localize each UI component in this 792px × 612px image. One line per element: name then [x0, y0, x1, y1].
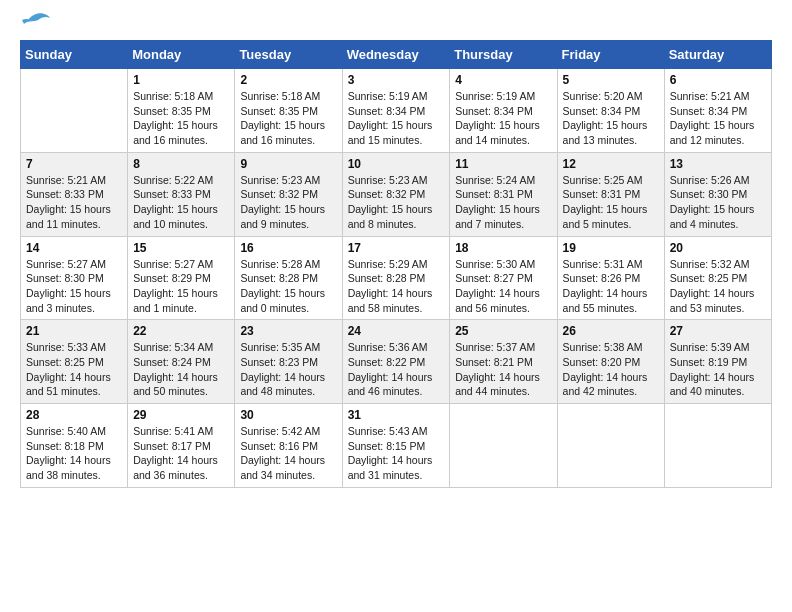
- day-number: 11: [455, 157, 551, 171]
- calendar-cell: 13Sunrise: 5:26 AM Sunset: 8:30 PM Dayli…: [664, 152, 771, 236]
- day-info: Sunrise: 5:34 AM Sunset: 8:24 PM Dayligh…: [133, 340, 229, 399]
- calendar-cell: 14Sunrise: 5:27 AM Sunset: 8:30 PM Dayli…: [21, 236, 128, 320]
- calendar-week-row: 7Sunrise: 5:21 AM Sunset: 8:33 PM Daylig…: [21, 152, 772, 236]
- calendar-cell: [664, 404, 771, 488]
- day-info: Sunrise: 5:26 AM Sunset: 8:30 PM Dayligh…: [670, 173, 766, 232]
- calendar-cell: 6Sunrise: 5:21 AM Sunset: 8:34 PM Daylig…: [664, 69, 771, 153]
- calendar-week-row: 21Sunrise: 5:33 AM Sunset: 8:25 PM Dayli…: [21, 320, 772, 404]
- calendar-cell: 20Sunrise: 5:32 AM Sunset: 8:25 PM Dayli…: [664, 236, 771, 320]
- day-number: 25: [455, 324, 551, 338]
- calendar-cell: 27Sunrise: 5:39 AM Sunset: 8:19 PM Dayli…: [664, 320, 771, 404]
- day-number: 19: [563, 241, 659, 255]
- day-number: 22: [133, 324, 229, 338]
- weekday-header-monday: Monday: [128, 41, 235, 69]
- day-info: Sunrise: 5:27 AM Sunset: 8:29 PM Dayligh…: [133, 257, 229, 316]
- calendar-cell: 30Sunrise: 5:42 AM Sunset: 8:16 PM Dayli…: [235, 404, 342, 488]
- calendar-cell: [450, 404, 557, 488]
- calendar-cell: 19Sunrise: 5:31 AM Sunset: 8:26 PM Dayli…: [557, 236, 664, 320]
- day-info: Sunrise: 5:23 AM Sunset: 8:32 PM Dayligh…: [348, 173, 445, 232]
- calendar-cell: 18Sunrise: 5:30 AM Sunset: 8:27 PM Dayli…: [450, 236, 557, 320]
- day-number: 31: [348, 408, 445, 422]
- calendar-cell: 12Sunrise: 5:25 AM Sunset: 8:31 PM Dayli…: [557, 152, 664, 236]
- calendar-cell: 2Sunrise: 5:18 AM Sunset: 8:35 PM Daylig…: [235, 69, 342, 153]
- day-number: 30: [240, 408, 336, 422]
- page-header: [20, 20, 772, 30]
- day-info: Sunrise: 5:32 AM Sunset: 8:25 PM Dayligh…: [670, 257, 766, 316]
- day-info: Sunrise: 5:35 AM Sunset: 8:23 PM Dayligh…: [240, 340, 336, 399]
- calendar-cell: 15Sunrise: 5:27 AM Sunset: 8:29 PM Dayli…: [128, 236, 235, 320]
- weekday-header-tuesday: Tuesday: [235, 41, 342, 69]
- weekday-header-saturday: Saturday: [664, 41, 771, 69]
- calendar-cell: 10Sunrise: 5:23 AM Sunset: 8:32 PM Dayli…: [342, 152, 450, 236]
- day-number: 17: [348, 241, 445, 255]
- day-number: 10: [348, 157, 445, 171]
- day-info: Sunrise: 5:27 AM Sunset: 8:30 PM Dayligh…: [26, 257, 122, 316]
- day-number: 26: [563, 324, 659, 338]
- day-number: 29: [133, 408, 229, 422]
- calendar-cell: 5Sunrise: 5:20 AM Sunset: 8:34 PM Daylig…: [557, 69, 664, 153]
- day-number: 4: [455, 73, 551, 87]
- day-number: 16: [240, 241, 336, 255]
- day-info: Sunrise: 5:20 AM Sunset: 8:34 PM Dayligh…: [563, 89, 659, 148]
- day-number: 14: [26, 241, 122, 255]
- calendar-cell: 3Sunrise: 5:19 AM Sunset: 8:34 PM Daylig…: [342, 69, 450, 153]
- day-number: 1: [133, 73, 229, 87]
- day-info: Sunrise: 5:39 AM Sunset: 8:19 PM Dayligh…: [670, 340, 766, 399]
- calendar-week-row: 1Sunrise: 5:18 AM Sunset: 8:35 PM Daylig…: [21, 69, 772, 153]
- calendar-cell: 8Sunrise: 5:22 AM Sunset: 8:33 PM Daylig…: [128, 152, 235, 236]
- calendar-cell: 28Sunrise: 5:40 AM Sunset: 8:18 PM Dayli…: [21, 404, 128, 488]
- calendar-cell: 21Sunrise: 5:33 AM Sunset: 8:25 PM Dayli…: [21, 320, 128, 404]
- calendar-week-row: 28Sunrise: 5:40 AM Sunset: 8:18 PM Dayli…: [21, 404, 772, 488]
- calendar-table: SundayMondayTuesdayWednesdayThursdayFrid…: [20, 40, 772, 488]
- day-info: Sunrise: 5:38 AM Sunset: 8:20 PM Dayligh…: [563, 340, 659, 399]
- day-info: Sunrise: 5:29 AM Sunset: 8:28 PM Dayligh…: [348, 257, 445, 316]
- weekday-header-thursday: Thursday: [450, 41, 557, 69]
- day-number: 18: [455, 241, 551, 255]
- day-info: Sunrise: 5:42 AM Sunset: 8:16 PM Dayligh…: [240, 424, 336, 483]
- day-info: Sunrise: 5:43 AM Sunset: 8:15 PM Dayligh…: [348, 424, 445, 483]
- day-info: Sunrise: 5:37 AM Sunset: 8:21 PM Dayligh…: [455, 340, 551, 399]
- weekday-header-wednesday: Wednesday: [342, 41, 450, 69]
- calendar-header-row: SundayMondayTuesdayWednesdayThursdayFrid…: [21, 41, 772, 69]
- calendar-cell: 16Sunrise: 5:28 AM Sunset: 8:28 PM Dayli…: [235, 236, 342, 320]
- day-number: 21: [26, 324, 122, 338]
- day-number: 20: [670, 241, 766, 255]
- calendar-cell: 31Sunrise: 5:43 AM Sunset: 8:15 PM Dayli…: [342, 404, 450, 488]
- day-number: 3: [348, 73, 445, 87]
- calendar-cell: 7Sunrise: 5:21 AM Sunset: 8:33 PM Daylig…: [21, 152, 128, 236]
- day-info: Sunrise: 5:36 AM Sunset: 8:22 PM Dayligh…: [348, 340, 445, 399]
- calendar-cell: 4Sunrise: 5:19 AM Sunset: 8:34 PM Daylig…: [450, 69, 557, 153]
- day-number: 12: [563, 157, 659, 171]
- day-info: Sunrise: 5:19 AM Sunset: 8:34 PM Dayligh…: [455, 89, 551, 148]
- calendar-cell: 11Sunrise: 5:24 AM Sunset: 8:31 PM Dayli…: [450, 152, 557, 236]
- day-number: 5: [563, 73, 659, 87]
- day-info: Sunrise: 5:22 AM Sunset: 8:33 PM Dayligh…: [133, 173, 229, 232]
- day-info: Sunrise: 5:25 AM Sunset: 8:31 PM Dayligh…: [563, 173, 659, 232]
- calendar-cell: [21, 69, 128, 153]
- calendar-cell: [557, 404, 664, 488]
- calendar-cell: 9Sunrise: 5:23 AM Sunset: 8:32 PM Daylig…: [235, 152, 342, 236]
- day-info: Sunrise: 5:19 AM Sunset: 8:34 PM Dayligh…: [348, 89, 445, 148]
- day-number: 28: [26, 408, 122, 422]
- calendar-cell: 24Sunrise: 5:36 AM Sunset: 8:22 PM Dayli…: [342, 320, 450, 404]
- calendar-week-row: 14Sunrise: 5:27 AM Sunset: 8:30 PM Dayli…: [21, 236, 772, 320]
- day-info: Sunrise: 5:30 AM Sunset: 8:27 PM Dayligh…: [455, 257, 551, 316]
- day-info: Sunrise: 5:40 AM Sunset: 8:18 PM Dayligh…: [26, 424, 122, 483]
- day-number: 7: [26, 157, 122, 171]
- weekday-header-sunday: Sunday: [21, 41, 128, 69]
- calendar-cell: 1Sunrise: 5:18 AM Sunset: 8:35 PM Daylig…: [128, 69, 235, 153]
- day-number: 15: [133, 241, 229, 255]
- day-number: 23: [240, 324, 336, 338]
- calendar-cell: 17Sunrise: 5:29 AM Sunset: 8:28 PM Dayli…: [342, 236, 450, 320]
- logo-bird-icon: [22, 12, 50, 30]
- logo: [20, 20, 50, 30]
- day-info: Sunrise: 5:18 AM Sunset: 8:35 PM Dayligh…: [133, 89, 229, 148]
- day-number: 2: [240, 73, 336, 87]
- day-info: Sunrise: 5:21 AM Sunset: 8:33 PM Dayligh…: [26, 173, 122, 232]
- day-info: Sunrise: 5:41 AM Sunset: 8:17 PM Dayligh…: [133, 424, 229, 483]
- day-info: Sunrise: 5:33 AM Sunset: 8:25 PM Dayligh…: [26, 340, 122, 399]
- day-number: 6: [670, 73, 766, 87]
- day-number: 13: [670, 157, 766, 171]
- calendar-cell: 25Sunrise: 5:37 AM Sunset: 8:21 PM Dayli…: [450, 320, 557, 404]
- calendar-cell: 22Sunrise: 5:34 AM Sunset: 8:24 PM Dayli…: [128, 320, 235, 404]
